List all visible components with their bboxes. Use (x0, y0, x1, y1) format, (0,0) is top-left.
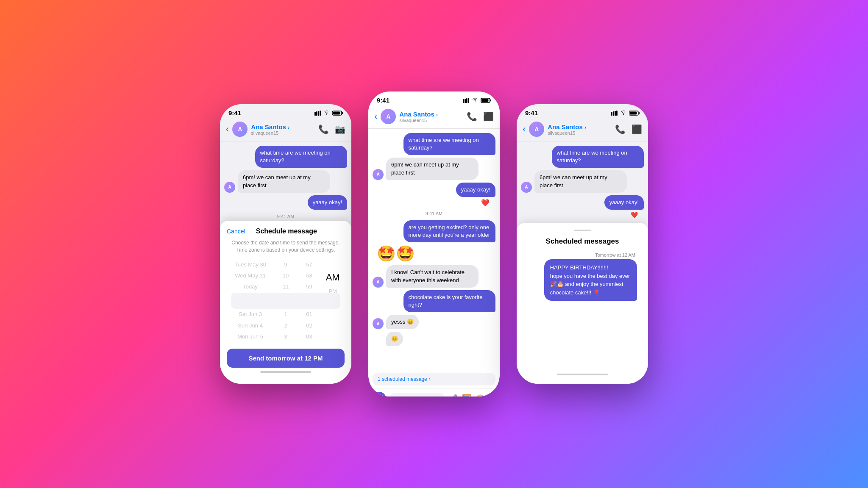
picker-day-3: Today (243, 282, 258, 292)
msg-bubble-sent-1: what time are we meeting on saturday? (255, 146, 348, 168)
msg-r-bubble-s2: yaaay okay! (604, 195, 644, 210)
status-bar-center: 9:41 (368, 92, 500, 106)
time-center: 9:41 (377, 97, 389, 104)
plus-icon[interactable]: ⊕ (489, 394, 495, 396)
contact-name-center: Ana Santos › (399, 111, 463, 118)
status-icons-right (611, 111, 640, 116)
svg-rect-12 (481, 99, 489, 102)
camera-btn[interactable]: 📷 (373, 392, 386, 396)
back-button-right[interactable]: ‹ (523, 124, 526, 135)
msg-r-sent-2: yaaay okay! (521, 195, 644, 210)
contact-username-right: silvaqueen15 (548, 130, 612, 136)
picker-hour-6: 2 (284, 321, 287, 331)
msg-r-sent-1: what time are we meeting on saturday? (521, 146, 644, 168)
video-icon-center[interactable]: ⬛ (483, 111, 494, 122)
home-indicator-right (557, 374, 608, 375)
scheduled-time-label: Tomorrow at 12 AM (528, 252, 637, 258)
picker-periods[interactable]: AM PM (321, 260, 345, 342)
schedule-cancel-btn[interactable]: Cancel (227, 228, 245, 235)
contact-name-left: Ana Santos › (251, 123, 315, 130)
contact-info-right[interactable]: Ana Santos › silvaqueen15 (548, 123, 612, 136)
time-picker[interactable]: Tues May 30 Wed May 31 Today Fri Jun 2 S… (227, 260, 345, 342)
messages-center: what time are we meeting on saturday? A … (368, 129, 500, 370)
picker-day-1: Tues May 30 (234, 260, 266, 270)
msg-r-recv-1: A 6pm! we can meet up at my place first (521, 170, 644, 192)
msg-bubble-sent-2: yaaay okay! (308, 195, 347, 210)
timestamp-center: 9:41 AM (373, 211, 495, 216)
scheduled-banner[interactable]: 1 scheduled message › (373, 373, 495, 385)
msg-c-recv-3: A yesss 😄 (373, 315, 495, 329)
picker-period-selected: AM (326, 270, 340, 286)
message-input[interactable]: Message... (389, 393, 445, 396)
send-schedule-button[interactable]: Send tomorrow at 12 PM (227, 349, 345, 368)
back-button-center[interactable]: ‹ (374, 111, 377, 122)
scheduled-messages-list: Tomorrow at 12 AM HAPPY BIRTHDAY!!!!!!!h… (523, 252, 641, 301)
svg-rect-16 (615, 111, 616, 116)
back-button-left[interactable]: ‹ (226, 124, 229, 135)
picker-hour-selected: 12 (281, 293, 291, 309)
msg-c-recv-2: A I know! Can't wait to celebrate with e… (373, 265, 495, 287)
msg-c-recv-1: A 6pm! we can meet up at my place first (373, 158, 495, 180)
reaction-heart-right: ❤️ (521, 211, 644, 218)
emoji-faces: 🤩🤩 (373, 245, 415, 263)
msg-c-bubble-r2: I know! Can't wait to celebrate with eve… (386, 265, 479, 287)
scheduled-messages-title: Scheduled messages (523, 237, 641, 246)
avatar-center: A (381, 109, 396, 124)
home-indicator-left (260, 371, 311, 373)
svg-rect-2 (318, 111, 319, 116)
video-icon-right[interactable]: ⬛ (632, 124, 642, 134)
phone-icon-left[interactable]: 📞 (318, 124, 329, 134)
picker-hour-3: 11 (283, 282, 289, 292)
picker-period-5: PM (328, 286, 337, 297)
contact-info-left[interactable]: Ana Santos › silvaqueen15 (251, 123, 315, 136)
msg-c-bubble-s4: chocolate cake is your favorite right? (403, 290, 496, 312)
picker-minutes[interactable]: 57 58 59 00 01 02 03 (298, 260, 321, 342)
msg-c-bubble-s2: yaaay okay! (456, 183, 495, 197)
msg-c-avatar-1: A (373, 169, 384, 180)
video-icon-left[interactable]: 📷 (335, 124, 345, 134)
phone-icon-right[interactable]: 📞 (615, 124, 626, 134)
msg-c-sent-1: what time are we meeting on saturday? (373, 133, 495, 155)
svg-rect-17 (616, 111, 618, 116)
contact-info-center[interactable]: Ana Santos › silvaqueen15 (399, 111, 463, 123)
msg-sent-2: yaaay okay! (224, 195, 347, 210)
messages-right: what time are we meeting on saturday? A … (517, 141, 648, 226)
msg-bubble-recv-1: 6pm! we can meet up at my place first (238, 170, 330, 192)
picker-hours[interactable]: 9 10 11 12 1 2 3 (274, 260, 298, 342)
svg-rect-20 (639, 112, 640, 114)
msg-c-bubble-r4: 😊 (386, 332, 403, 346)
msg-c-sent-3: are you getting excited? only one more d… (373, 220, 495, 242)
picker-days[interactable]: Tues May 30 Wed May 31 Today Fri Jun 2 S… (227, 260, 274, 342)
mic-icon[interactable]: 🎤 (448, 394, 458, 396)
scheduled-message-bubble: HAPPY BIRTHDAY!!!!!!!hope you have the b… (544, 259, 637, 301)
drag-handle (574, 230, 591, 231)
svg-rect-19 (630, 111, 637, 114)
input-icons: 🎤 🖼️ 🙂 ⊕ (448, 394, 495, 396)
msg-sent-1: what time are we meeting on saturday? (224, 146, 347, 168)
time-left: 9:41 (228, 109, 241, 116)
svg-rect-8 (465, 99, 466, 103)
header-actions-left: 📞 📷 (318, 124, 345, 134)
msg-c-bubble-s3: are you getting excited? only one more d… (403, 220, 496, 242)
scheduled-panel-right: Scheduled messages Tomorrow at 12 AM HAP… (517, 223, 648, 384)
picker-min-5: 01 (306, 309, 312, 319)
input-bar-center: 📷 Message... 🎤 🖼️ 🙂 ⊕ (368, 388, 500, 396)
avatar-left: A (232, 122, 248, 137)
image-icon[interactable]: 🖼️ (462, 394, 471, 396)
msg-r-bubble-r1: 6pm! we can meet up at my place first (534, 170, 627, 192)
picker-day-7: Mon Jun 5 (237, 332, 263, 342)
svg-rect-15 (613, 111, 614, 116)
picker-hour-2: 10 (283, 271, 289, 281)
contact-username-center: silvaqueen15 (399, 118, 463, 123)
status-bar-right: 9:41 (517, 104, 648, 119)
msg-c-emoji-large: 🤩🤩 (373, 245, 495, 263)
msg-r-bubble-s1: what time are we meeting on saturday? (552, 146, 644, 168)
picker-min-7: 03 (306, 332, 312, 342)
picker-min-6: 02 (306, 321, 312, 331)
emoji-icon[interactable]: 🙂 (476, 394, 485, 396)
time-right: 9:41 (525, 109, 538, 116)
picker-min-selected: 00 (304, 293, 314, 309)
avatar-right: A (529, 122, 544, 137)
schedule-panel: Cancel Schedule message Choose the date … (220, 221, 351, 384)
phone-icon-center[interactable]: 📞 (467, 111, 477, 122)
